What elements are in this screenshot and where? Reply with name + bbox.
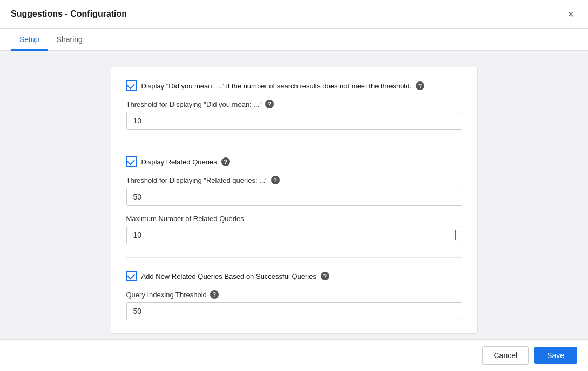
threshold-related-queries-label: Threshold for Displaying "Related querie… bbox=[126, 176, 462, 184]
query-indexing-threshold-input[interactable] bbox=[126, 302, 462, 320]
tab-setup[interactable]: Setup bbox=[11, 29, 48, 51]
related-queries-label: Display Related Queries bbox=[141, 158, 217, 166]
related-queries-checkbox-row: Display Related Queries ? bbox=[126, 156, 462, 167]
threshold-did-you-mean-label: Threshold for Displaying "Did you mean: … bbox=[126, 100, 462, 108]
tabs-bar: Setup Sharing bbox=[0, 29, 588, 51]
modal-title: Suggestions - Configuration bbox=[11, 9, 127, 19]
add-new-related-checkbox[interactable] bbox=[126, 271, 137, 281]
divider-2 bbox=[126, 257, 462, 258]
close-button[interactable]: × bbox=[564, 8, 577, 20]
query-indexing-threshold-help-icon[interactable]: ? bbox=[210, 290, 219, 299]
add-new-related-label: Add New Related Queries Based on Success… bbox=[141, 272, 316, 280]
did-you-mean-help-icon[interactable]: ? bbox=[416, 81, 424, 90]
related-queries-checkbox[interactable] bbox=[126, 156, 137, 167]
threshold-related-queries-input[interactable] bbox=[126, 188, 462, 206]
related-queries-help-icon[interactable]: ? bbox=[221, 157, 230, 166]
text-cursor bbox=[455, 230, 456, 240]
divider-1 bbox=[126, 143, 462, 143]
tab-sharing[interactable]: Sharing bbox=[48, 29, 91, 51]
did-you-mean-checkbox[interactable] bbox=[126, 80, 137, 91]
cancel-button[interactable]: Cancel bbox=[482, 346, 529, 365]
threshold-did-you-mean-help-icon[interactable]: ? bbox=[265, 100, 274, 108]
section-related-queries: Display Related Queries ? Threshold for … bbox=[126, 156, 462, 244]
modal-container: Suggestions - Configuration × Setup Shar… bbox=[0, 0, 588, 371]
did-you-mean-checkbox-row: Display "Did you mean: ..." if the numbe… bbox=[126, 80, 462, 91]
config-card: Display "Did you mean: ..." if the numbe… bbox=[111, 67, 478, 334]
max-related-queries-input[interactable] bbox=[126, 226, 462, 244]
max-related-queries-label: Maximum Number of Related Queries bbox=[126, 215, 462, 223]
modal-footer: Cancel Save bbox=[0, 339, 588, 371]
threshold-related-queries-help-icon[interactable]: ? bbox=[271, 176, 280, 184]
threshold-did-you-mean-input[interactable] bbox=[126, 112, 462, 130]
add-new-related-help-icon[interactable]: ? bbox=[321, 272, 329, 280]
query-indexing-threshold-label: Query Indexing Threshold ? bbox=[126, 290, 462, 299]
modal-header: Suggestions - Configuration × bbox=[0, 0, 588, 29]
section-add-new-related: Add New Related Queries Based on Success… bbox=[126, 271, 462, 320]
save-button[interactable]: Save bbox=[534, 347, 577, 364]
max-related-queries-wrapper bbox=[126, 226, 462, 244]
did-you-mean-label: Display "Did you mean: ..." if the numbe… bbox=[141, 82, 412, 90]
section-did-you-mean: Display "Did you mean: ..." if the numbe… bbox=[126, 80, 462, 130]
modal-body: Display "Did you mean: ..." if the numbe… bbox=[0, 51, 588, 339]
add-new-related-checkbox-row: Add New Related Queries Based on Success… bbox=[126, 271, 462, 281]
